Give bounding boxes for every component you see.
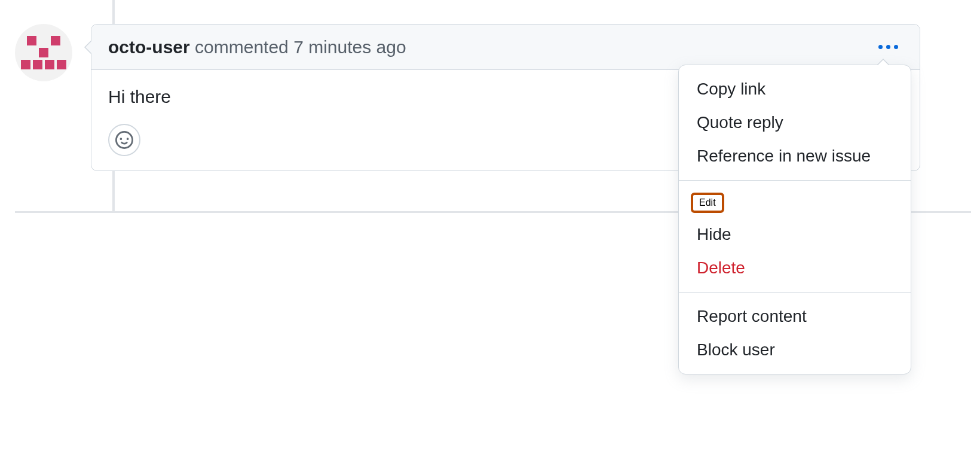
avatar[interactable] [15,24,72,81]
comment-header: octo-user commented 7 minutes ago [91,25,920,70]
username-link[interactable]: octo-user [108,37,190,57]
menu-section: Report content Block user [679,293,911,374]
menu-item-delete[interactable]: Delete [679,251,911,285]
smiley-icon [115,131,133,149]
menu-section: Edit Hide Delete [679,181,911,292]
comment-header-text: octo-user commented 7 minutes ago [108,37,406,57]
menu-item-copy-link[interactable]: Copy link [679,72,911,106]
menu-item-block-user[interactable]: Block user [679,333,911,367]
comment-actions-menu: Copy link Quote reply Reference in new i… [678,65,911,374]
kebab-dot-icon [886,45,890,49]
menu-item-edit[interactable]: Edit [691,193,724,213]
kebab-dot-icon [878,45,883,49]
add-reaction-button[interactable] [108,124,140,156]
menu-item-hide[interactable]: Hide [679,218,911,251]
menu-item-reference-issue[interactable]: Reference in new issue [679,139,911,173]
comment-timestamp[interactable]: 7 minutes ago [293,37,406,57]
comment-action: commented [195,37,289,57]
menu-section: Copy link Quote reply Reference in new i… [679,65,911,180]
kebab-menu-button[interactable] [874,40,903,54]
menu-item-report-content[interactable]: Report content [679,300,911,333]
kebab-dot-icon [894,45,898,49]
menu-item-quote-reply[interactable]: Quote reply [679,106,911,139]
